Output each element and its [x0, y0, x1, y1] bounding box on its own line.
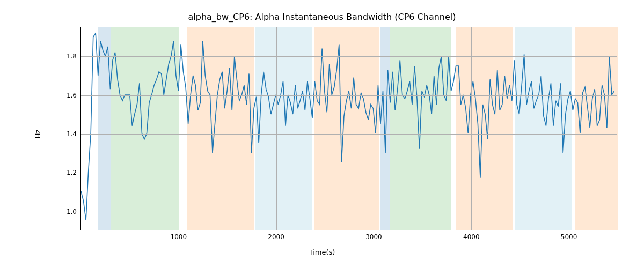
grid-line-h [81, 95, 617, 96]
x-tick-label: 5000 [561, 230, 577, 241]
y-tick-label: 1.8 [67, 53, 81, 60]
grid-line-v [374, 27, 374, 230]
grid-line-v [179, 27, 179, 230]
x-axis-label: Time(s) [0, 248, 644, 256]
grid-line-v [471, 27, 472, 230]
grid-line-v [569, 27, 569, 230]
y-tick-label: 1.6 [67, 92, 81, 99]
y-tick-label: 1.0 [67, 208, 81, 215]
x-tick-label: 1000 [171, 230, 187, 241]
grid-line-h [81, 134, 617, 135]
grid-line-h [81, 173, 617, 173]
chart-container: alpha_bw_CP6: Alpha Instantaneous Bandwi… [0, 0, 644, 268]
y-axis-label: Hz [34, 130, 42, 139]
y-tick-label: 1.4 [67, 130, 81, 138]
x-tick-label: 2000 [268, 230, 284, 241]
x-tick-label: 4000 [463, 230, 480, 241]
series-line [81, 33, 614, 220]
chart-title: alpha_bw_CP6: Alpha Instantaneous Bandwi… [0, 12, 644, 22]
x-tick-label: 3000 [365, 230, 382, 241]
data-line [81, 27, 617, 230]
grid-line-h [81, 56, 617, 57]
grid-line-h [81, 212, 617, 212]
y-tick-label: 1.2 [67, 169, 81, 176]
grid-line-v [276, 27, 277, 230]
plot-area: 1.01.21.41.61.810002000300040005000 [80, 27, 617, 230]
